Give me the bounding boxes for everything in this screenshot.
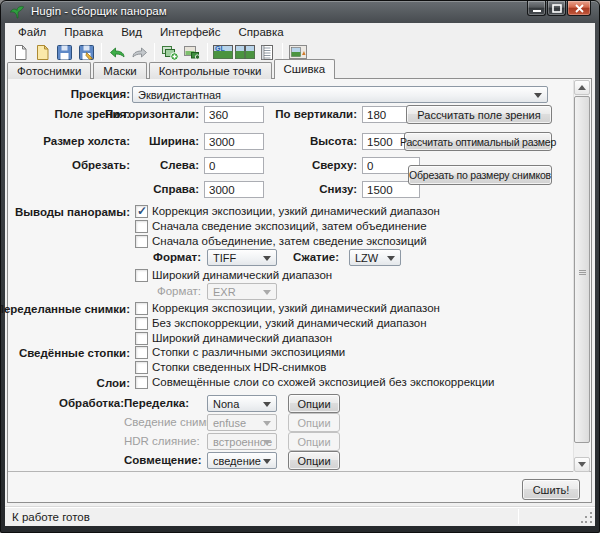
output-fused-then-blended-checkbox[interactable] xyxy=(135,220,148,233)
stacks-various-exposures-checkbox[interactable] xyxy=(135,346,148,359)
minimize-icon xyxy=(532,4,542,13)
blender-options-button[interactable]: Опции xyxy=(288,451,340,470)
remapped-hdr-label: Широкий динамический диапазон xyxy=(152,332,332,344)
scroll-up-icon xyxy=(578,81,586,90)
tab-photos[interactable]: Фотоснимки xyxy=(7,62,91,79)
window-title: Hugin - сборщик панорам xyxy=(31,5,167,17)
stacks-fused-hdr-checkbox[interactable] xyxy=(135,361,148,374)
crop-to-images-button[interactable]: Обрезать по размеру снимков xyxy=(408,165,552,185)
redo-icon xyxy=(131,44,148,61)
remapper-value: Nona xyxy=(213,398,239,410)
canvas-width-label: Ширина: xyxy=(68,135,199,147)
compression-value: LZW xyxy=(355,252,378,264)
hdr-format-combobox: EXR xyxy=(207,283,277,300)
processing-label: Обработка: xyxy=(0,397,124,409)
canvas-height-label: Высота: xyxy=(238,135,357,147)
crop-left-label: Слева: xyxy=(68,159,199,171)
image-fusion-value: enfuse xyxy=(213,417,246,429)
new-project-icon xyxy=(12,44,29,61)
resize-grip[interactable] xyxy=(581,512,593,524)
stitch-button[interactable]: Сшить! xyxy=(522,479,580,500)
output-hdr-checkbox[interactable] xyxy=(135,269,148,282)
statusbar: К работе готов xyxy=(5,506,595,526)
stitcher-panel: Проекция: Эквидистантная Поле зрения: По… xyxy=(7,78,592,503)
scrollbar-up-button[interactable] xyxy=(574,80,590,95)
crop-top-label: Сверху: xyxy=(238,159,357,171)
layers-label: Слои: xyxy=(0,377,130,389)
scrollbar-down-button[interactable] xyxy=(574,457,590,472)
tab-stitcher[interactable]: Сшивка xyxy=(274,59,336,79)
menu-view[interactable]: Вид xyxy=(112,24,151,40)
stacks-various-exposures-label: Стопки с различными экспозициями xyxy=(152,346,345,358)
blender-combobox[interactable]: сведение xyxy=(207,452,277,469)
close-button[interactable] xyxy=(567,1,591,16)
remapped-exposure-corrected-checkbox[interactable] xyxy=(135,302,148,315)
compression-combobox[interactable]: LZW xyxy=(349,249,401,266)
format-label: Формат: xyxy=(101,251,201,263)
undo-icon xyxy=(109,44,126,61)
maximize-icon xyxy=(552,4,562,13)
projection-label: Проекция: xyxy=(0,88,130,100)
client-area: Файл Правка Вид Интерфейс Справка xyxy=(5,23,595,526)
menubar: Файл Правка Вид Интерфейс Справка xyxy=(5,23,595,41)
menu-file[interactable]: Файл xyxy=(9,24,55,40)
tab-control-points[interactable]: Контрольные точки xyxy=(149,62,272,79)
maximize-button[interactable] xyxy=(547,1,566,16)
compression-label: Сжатие: xyxy=(259,251,339,263)
layers-blended-label: Совмещённые слои со схожей экспозицией б… xyxy=(152,376,495,388)
titlebar[interactable]: Hugin - сборщик панорам xyxy=(1,1,599,23)
hdr-format-value: EXR xyxy=(213,286,236,298)
statusbar-divider xyxy=(518,509,519,524)
stitcher-scroll-region: Проекция: Эквидистантная Поле зрения: По… xyxy=(8,79,591,472)
remapped-no-correction-checkbox[interactable] xyxy=(135,317,148,330)
blended-stacks-label: Сведённые стопки: xyxy=(0,347,130,359)
remapper-combobox[interactable]: Nona xyxy=(207,395,277,412)
menu-interface[interactable]: Интерфейс xyxy=(151,24,230,40)
output-blended-then-fused-label: Сначала объединение, затем сведение эксп… xyxy=(152,235,427,247)
remapper-options-button[interactable]: Опции xyxy=(288,394,340,413)
menu-help[interactable]: Справка xyxy=(230,24,293,40)
show-control-points-icon xyxy=(259,44,275,61)
preview-window-icon xyxy=(289,44,307,60)
calculate-fov-button[interactable]: Рассчитать поле зрения xyxy=(406,105,552,124)
save-project-icon xyxy=(56,44,73,61)
calculate-optimal-size-button[interactable]: Рассчитать оптимальный размер xyxy=(404,132,552,151)
save-project-as-icon xyxy=(78,44,95,61)
fov-horizontal-label: По горизонтали: xyxy=(68,108,199,120)
layers-blended-checkbox[interactable] xyxy=(135,376,148,389)
minimize-button[interactable] xyxy=(527,1,546,16)
output-blended-then-fused-checkbox[interactable] xyxy=(135,235,148,248)
image-fusion-combobox: enfuse xyxy=(207,414,277,431)
hdr-merger-value: встроенное xyxy=(213,436,272,448)
preview-icon xyxy=(235,44,255,60)
output-hdr-label: Широкий динамический диапазон xyxy=(152,269,332,281)
svg-text:GL: GL xyxy=(215,45,225,52)
panorama-outputs-label: Выводы панорамы: xyxy=(0,206,130,218)
format-value: TIFF xyxy=(213,252,236,264)
tab-masks[interactable]: Маски xyxy=(93,62,146,79)
hdr-format-label: Формат: xyxy=(101,285,201,297)
scrollbar-thumb[interactable] xyxy=(574,96,590,443)
hdr-merger-combobox: встроенное xyxy=(207,433,277,450)
hugin-window: Hugin - сборщик панорам Файл Правка Вид … xyxy=(0,0,600,533)
remapped-exposure-corrected-label: Коррекция экспозиции, узкий динамический… xyxy=(152,302,440,314)
crop-bottom-label: Снизу: xyxy=(238,183,357,195)
stacks-fused-hdr-label: Стопки сведенных HDR-снимков xyxy=(152,361,326,373)
image-fusion-options-button: Опции xyxy=(288,413,340,432)
remapped-no-correction-label: Без экспокоррекции, узкий динамический д… xyxy=(152,317,427,329)
open-project-icon xyxy=(34,44,51,61)
projection-combobox[interactable]: Эквидистантная xyxy=(132,86,548,103)
vertical-scrollbar[interactable] xyxy=(573,80,589,472)
window-controls xyxy=(526,1,591,16)
crop-right-label: Справа: xyxy=(68,183,199,195)
output-exposure-corrected-checkbox[interactable] xyxy=(135,205,148,218)
tabstrip: Фотоснимки Маски Контрольные точки Сшивк… xyxy=(7,59,337,79)
hugin-app-icon xyxy=(9,4,25,20)
projection-value: Эквидистантная xyxy=(138,89,221,101)
status-text: К работе готов xyxy=(12,511,90,523)
menu-edit[interactable]: Правка xyxy=(55,24,112,40)
close-icon xyxy=(575,4,584,13)
fov-vertical-label: По вертикали: xyxy=(238,108,357,120)
remapped-hdr-checkbox[interactable] xyxy=(135,332,148,345)
output-exposure-corrected-label: Коррекция экспозиции, узкий динамический… xyxy=(152,205,440,217)
